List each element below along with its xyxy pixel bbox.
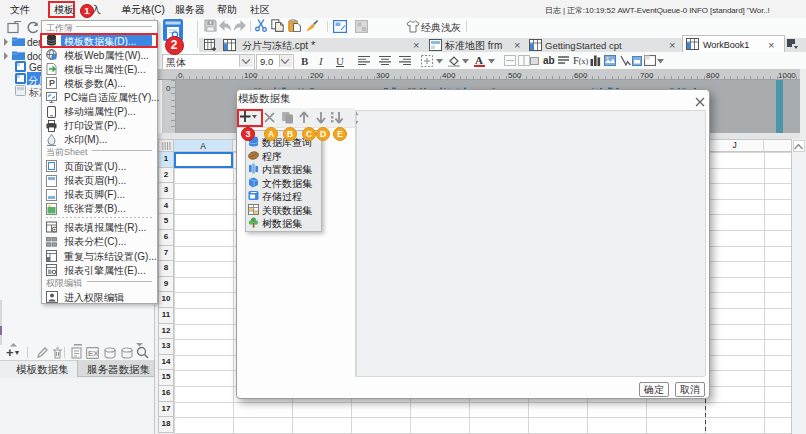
svg-text:P: P bbox=[49, 78, 55, 88]
svg-text:EX: EX bbox=[88, 349, 99, 358]
